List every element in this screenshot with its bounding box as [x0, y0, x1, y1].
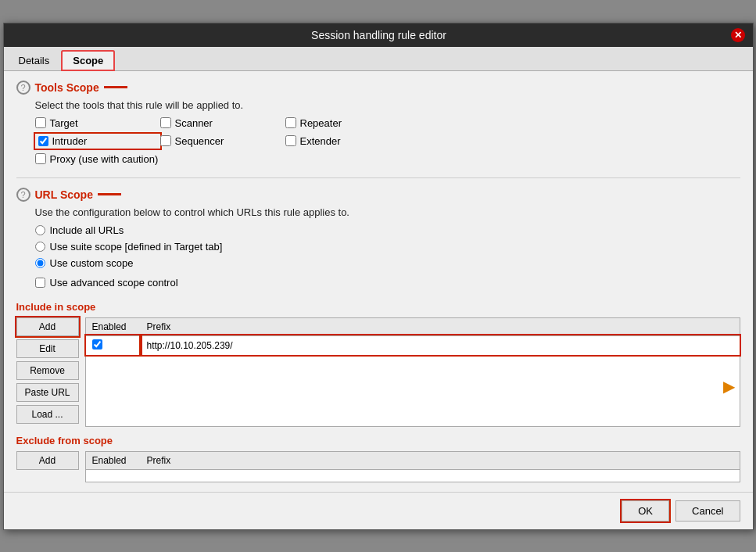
title-bar: Session handling rule editor ✕: [4, 23, 753, 47]
tool-scanner-checkbox[interactable]: [160, 117, 171, 128]
include-add-button[interactable]: Add: [16, 317, 79, 336]
tool-intruder-text: Intruder: [52, 135, 88, 147]
exclude-scope-label: Exclude from scope: [16, 435, 740, 446]
radio-all-urls-label[interactable]: Include all URLs: [35, 224, 740, 236]
radio-all-urls-text: Include all URLs: [50, 224, 124, 236]
radio-suite-scope-label[interactable]: Use suite scope [defined in Target tab]: [35, 241, 740, 253]
radio-custom-scope[interactable]: [35, 258, 45, 268]
exclude-scope-buttons: Add: [16, 451, 79, 482]
tool-intruder-checkbox[interactable]: [38, 136, 48, 146]
advanced-scope-row: Use advanced scope control: [35, 277, 740, 289]
tool-target-text: Target: [50, 117, 78, 129]
tools-scope-line: [104, 86, 127, 88]
url-scope-help-icon: ?: [16, 188, 30, 202]
include-scope-label: Include in scope: [16, 301, 740, 313]
include-load-button[interactable]: Load ...: [16, 405, 79, 424]
include-col-enabled: Enabled: [86, 318, 141, 336]
tool-repeater-text: Repeater: [300, 117, 342, 129]
tools-scope-header: ? Tools Scope: [16, 81, 740, 95]
include-edit-button[interactable]: Edit: [16, 339, 79, 358]
url-scope-section: ? URL Scope Use the configuration below …: [16, 188, 740, 289]
include-remove-button[interactable]: Remove: [16, 361, 79, 380]
content-area: ? Tools Scope Select the tools that this…: [4, 71, 753, 492]
ok-button[interactable]: OK: [622, 500, 669, 522]
tool-repeater-checkbox[interactable]: [285, 117, 296, 128]
include-scope-table-container: Enabled Prefix http://10.10.205.239/: [85, 317, 740, 427]
include-paste-url-button[interactable]: Paste URL: [16, 383, 79, 402]
advanced-scope-text: Use advanced scope control: [50, 277, 178, 289]
footer-buttons: OK Cancel: [4, 492, 753, 529]
advanced-scope-checkbox[interactable]: [35, 278, 45, 288]
tool-proxy-text: Proxy (use with caution): [50, 153, 159, 165]
tools-scope-help-icon: ?: [16, 81, 30, 95]
exclude-scope-table: Enabled Prefix: [86, 452, 740, 470]
radio-suite-scope-text: Use suite scope [defined in Target tab]: [50, 241, 223, 253]
exclude-add-button[interactable]: Add: [16, 451, 79, 470]
orange-arrow-icon: ▶: [723, 377, 735, 396]
tab-scope[interactable]: Scope: [61, 50, 115, 71]
tool-extender-label[interactable]: Extender: [285, 134, 410, 149]
include-scope-table: Enabled Prefix http://10.10.205.239/: [86, 318, 740, 355]
tool-repeater-label[interactable]: Repeater: [285, 117, 410, 129]
tool-target-checkbox[interactable]: [35, 117, 46, 128]
url-scope-options: Include all URLs Use suite scope [define…: [35, 224, 740, 269]
tool-sequencer-label[interactable]: Sequencer: [160, 134, 285, 149]
radio-suite-scope[interactable]: [35, 242, 45, 252]
tools-grid: Target Scanner Repeater Intruder Se: [35, 117, 740, 165]
include-scope-buttons: Add Edit Remove Paste URL Load ...: [16, 317, 79, 427]
exclude-scope-area: Add Enabled Prefix: [16, 451, 740, 482]
url-scope-desc: Use the configuration below to control w…: [35, 206, 740, 218]
include-row-enabled: [86, 335, 141, 355]
radio-custom-scope-text: Use custom scope: [50, 257, 134, 269]
tool-proxy-checkbox[interactable]: [35, 153, 46, 164]
include-row-prefix: http://10.10.205.239/: [141, 335, 740, 355]
tool-scanner-label[interactable]: Scanner: [160, 117, 285, 129]
tool-target-label[interactable]: Target: [35, 117, 160, 129]
close-button[interactable]: ✕: [731, 28, 745, 42]
tab-details[interactable]: Details: [7, 50, 62, 70]
tool-scanner-text: Scanner: [175, 117, 213, 129]
exclude-col-enabled: Enabled: [86, 452, 141, 470]
tools-scope-section: ? Tools Scope Select the tools that this…: [16, 81, 740, 165]
separator-1: [16, 177, 740, 178]
tool-intruder-wrapper: Intruder: [35, 134, 160, 149]
include-scope-section: Include in scope Add Edit Remove Paste U…: [16, 301, 740, 427]
include-table-header: Enabled Prefix: [86, 318, 740, 336]
url-scope-header: ? URL Scope: [16, 188, 740, 202]
include-table-row: http://10.10.205.239/: [86, 335, 740, 355]
include-row-enabled-checkbox[interactable]: [92, 339, 102, 349]
exclude-scope-section: Exclude from scope Add Enabled Prefix: [16, 435, 740, 482]
tool-proxy-label[interactable]: Proxy (use with caution): [35, 153, 160, 165]
tool-sequencer-checkbox[interactable]: [160, 135, 171, 146]
exclude-scope-table-container: Enabled Prefix: [85, 451, 740, 482]
include-scope-area: Add Edit Remove Paste URL Load ... Enabl…: [16, 317, 740, 427]
dialog: Session handling rule editor ✕ Details S…: [3, 23, 754, 530]
radio-custom-scope-label[interactable]: Use custom scope: [35, 257, 740, 269]
radio-all-urls[interactable]: [35, 225, 45, 235]
url-scope-line: [98, 193, 121, 195]
exclude-table-header: Enabled Prefix: [86, 452, 740, 470]
tool-sequencer-text: Sequencer: [175, 135, 224, 147]
url-scope-title: URL Scope: [35, 188, 93, 201]
tools-scope-title: Tools Scope: [35, 81, 99, 94]
tabs-bar: Details Scope: [4, 47, 753, 71]
dialog-title: Session handling rule editor: [27, 29, 731, 41]
cancel-button[interactable]: Cancel: [675, 500, 740, 522]
tool-extender-text: Extender: [300, 135, 341, 147]
tool-extender-checkbox[interactable]: [285, 135, 296, 146]
include-col-prefix: Prefix: [141, 318, 740, 336]
exclude-col-prefix: Prefix: [141, 452, 740, 470]
tools-scope-desc: Select the tools that this rule will be …: [35, 99, 740, 111]
